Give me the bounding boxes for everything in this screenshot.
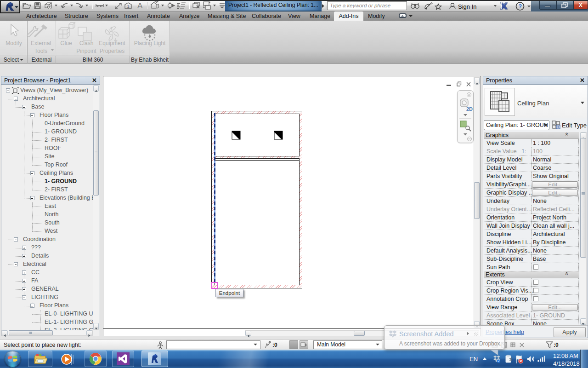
svg-text:A: A [137, 1, 143, 10]
svg-text:Sign In: Sign In [458, 3, 476, 10]
svg-text:2D: 2D [466, 106, 473, 112]
svg-text:?: ? [519, 3, 522, 10]
svg-text:1: 1 [127, 4, 130, 9]
